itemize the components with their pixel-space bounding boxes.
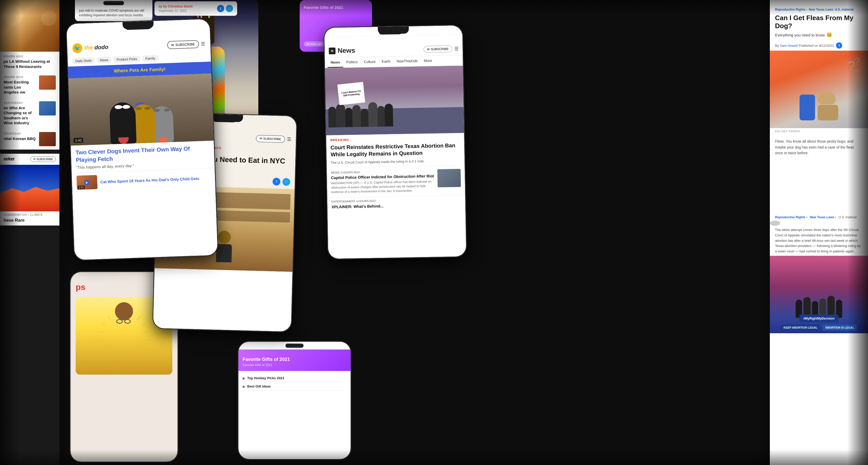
seeker-landscape-image <box>0 165 59 211</box>
svg-line-13 <box>99 339 104 340</box>
question-mark-icon: ? <box>848 58 855 73</box>
protest-sign-2: KEEP ABORTION LEGAL <box>781 324 820 331</box>
right-facebook-icon[interactable]: f <box>836 42 842 49</box>
tag-texas-laws[interactable]: New Texas Laws <box>809 8 833 11</box>
news-phone: N News ✉ SUBSCRIBE ☰ News Politics Cultu… <box>323 25 467 259</box>
seeker-logo: eeker <box>4 156 14 162</box>
right-protest-image: #MyRightMyDecision KEEP ABORTION LEGAL A… <box>770 256 868 333</box>
bottom-tag-reproductive[interactable]: Reproductive Rights <box>775 215 807 219</box>
news-secondary-story: NEWS 3 HOURS AGO Capitol Police Officer … <box>327 165 465 197</box>
right-article-sub: Everything you need to know 😊 <box>775 32 863 38</box>
bottom-news-header: Favorite Gifts of 2021 Favorite Gifts of… <box>239 349 350 371</box>
news-item-4-time: THURSDAY <box>4 132 36 135</box>
christina-twitter-btn[interactable]: 🐦 <box>226 5 233 12</box>
bn-item-1: Top Holiday Picks 2021 <box>243 374 346 382</box>
svg-line-3 <box>142 323 146 326</box>
right-author-link[interactable]: Sam Howell <box>780 44 798 48</box>
right-byline-text: By Sam Howell Published on 8/12/2021 <box>775 44 834 48</box>
dodo-subscribe-button[interactable]: ✉ SUBSCRIBE <box>167 40 199 49</box>
protest-crowd: I Can't Believe I'm Still Protesting <box>325 66 464 135</box>
news-subscribe-btn[interactable]: ✉ SUBSCRIBE <box>424 45 452 53</box>
chef-figure <box>216 230 232 262</box>
news-header: N News ✉ SUBSCRIBE ☰ <box>324 35 463 58</box>
dodo-nav-daily[interactable]: Daily Dodo <box>72 57 95 64</box>
protest-sign-1: #MyRightMyDecision <box>800 315 839 322</box>
dodo-bird-icon: 🐦 <box>72 43 83 53</box>
svg-line-8 <box>131 355 133 360</box>
gifts-title: Favorite Gifts of 2021 <box>304 5 368 9</box>
conservation-label: CONSERVATION • CLIMATE <box>0 211 59 217</box>
news-item-4-title: ntial Korean BBQ <box>4 136 36 141</box>
svg-line-5 <box>145 339 150 340</box>
news-item-4: THURSDAY ntial Korean BBQ <box>0 129 59 150</box>
dodo-logo: 🐦 the dodo <box>72 42 108 53</box>
dodo-nav-products[interactable]: Product Picks <box>113 56 141 63</box>
dodo-nav-family[interactable]: Family <box>142 55 159 62</box>
right-article-tags: Reproductive Rights › New Texas Laws U.S… <box>775 8 863 11</box>
protest-sign: I Can't Believe I'm Still Protesting <box>337 82 365 105</box>
news-nav-news[interactable]: News <box>327 57 343 68</box>
dodo-nav-health[interactable]: News <box>96 57 112 64</box>
covid-article-text: just mild to moderate COVID symptoms are… <box>79 8 148 18</box>
right-bottom-tags: Reproductive Rights New Texas Laws U.S. … <box>770 212 868 221</box>
protest-signs-row: KEEP ABORTION LEGAL ABORTION IS LEGAL <box>781 324 857 331</box>
news-secondary-text: NEWS 3 HOURS AGO Capitol Police Officer … <box>331 169 435 194</box>
bottom-news-title: Favorite Gifts of 2021 <box>243 357 346 362</box>
news-nav-culture[interactable]: Culture <box>361 57 379 67</box>
christina-byline-panel: by by Christina Stiehl September 21, 202… <box>154 1 237 16</box>
svg-line-14 <box>99 332 104 332</box>
twitter-btn[interactable]: 🐦 <box>282 178 290 186</box>
svg-line-7 <box>137 351 141 355</box>
christina-byline-text: by by Christina Stiehl September 21, 202… <box>159 4 192 13</box>
right-byline: By Sam Howell Published on 8/12/2021 f <box>770 40 868 51</box>
news-secondary-title: Capitol Police Officer Indicted for Obst… <box>331 173 434 180</box>
svg-line-15 <box>101 323 106 326</box>
svg-line-4 <box>145 332 150 332</box>
right-bottom-body: The latest attempt comes three days afte… <box>770 226 868 256</box>
dodo-main-video[interactable]: ▶ 1:42 <box>68 73 214 146</box>
next-duration: 2:01 <box>78 185 85 189</box>
news-menu-icon[interactable]: ☰ <box>455 46 459 52</box>
news-nav-politics[interactable]: Politics <box>343 57 361 67</box>
facebook-btn[interactable]: f <box>273 178 281 185</box>
left-news-panel: HOURS AGO pe LA Without Leaving at These… <box>0 0 59 465</box>
protest-crowd <box>770 287 868 318</box>
news-protest-image: I Can't Believe I'm Still Protesting <box>325 66 464 135</box>
tag-reproductive-rights[interactable]: Reproductive Rights › <box>775 8 807 11</box>
news-nav-more[interactable]: More <box>421 56 435 66</box>
covid-article-panel: just mild to moderate COVID symptoms are… <box>75 0 152 21</box>
news-secondary-body: WASHINGTON (AP) — A U.S. Capitol Police … <box>331 179 435 194</box>
ps-person-head <box>115 302 133 320</box>
right-article-source: KELSEY PANDA <box>770 128 868 134</box>
bn-dot-1 <box>243 377 245 379</box>
christina-date: September 21, 2021 <box>159 9 192 13</box>
news-nav-earth[interactable]: Earth <box>378 57 394 67</box>
food-image <box>0 0 59 52</box>
tag-us-material[interactable]: U.S. material <box>835 8 854 11</box>
news-secondary-image <box>437 169 461 187</box>
news-item-3-time: YESTERDAY <box>4 101 36 104</box>
bn-dot-2 <box>243 386 245 388</box>
news-nav-nowthiskids[interactable]: NowThisKids <box>394 56 421 67</box>
news-item-2-title: Most Exciting rants Los Angeles ow <box>4 80 36 95</box>
gifts-time: 38 mins ago <box>304 41 324 46</box>
news-item-1-time: HOURS AGO <box>4 55 56 58</box>
seeker-article-title: hese Rare <box>0 217 59 225</box>
thrillist-subscribe-btn[interactable]: ✉ SUBSCRIBE <box>256 135 285 143</box>
right-bottom-section: Reproductive Rights New Texas Laws U.S. … <box>770 212 868 333</box>
news-icon: N <box>329 47 336 54</box>
dodo-menu-icon[interactable]: ☰ <box>201 41 206 47</box>
christina-byline-row: by by Christina Stiehl September 21, 202… <box>159 4 233 13</box>
news-thumb-3 <box>39 132 56 146</box>
christina-social-buttons: f 🐦 <box>217 5 233 12</box>
seeker-subscribe-btn[interactable]: ✉ SUBSCRIBE <box>30 156 56 162</box>
thrillist-menu-icon[interactable]: ☰ <box>287 136 291 142</box>
christina-facebook-btn[interactable]: f <box>217 5 224 12</box>
bottom-tag-texas[interactable]: New Texas Laws <box>810 215 836 219</box>
news-item-3-title: en Who Are Changing se of Southern ia's … <box>4 105 36 126</box>
next-video-title: Cat Who Spent 18 Years As His Dad's Only… <box>100 176 199 184</box>
bn-text-1: Top Holiday Picks 2021 <box>247 376 284 380</box>
news-screen: N News ✉ SUBSCRIBE ☰ News Politics Cultu… <box>324 25 466 258</box>
news-item-1-title: pe LA Without Leaving at These 9 Restaur… <box>4 59 56 69</box>
seeker-header: eeker ✉ SUBSCRIBE <box>0 154 59 165</box>
